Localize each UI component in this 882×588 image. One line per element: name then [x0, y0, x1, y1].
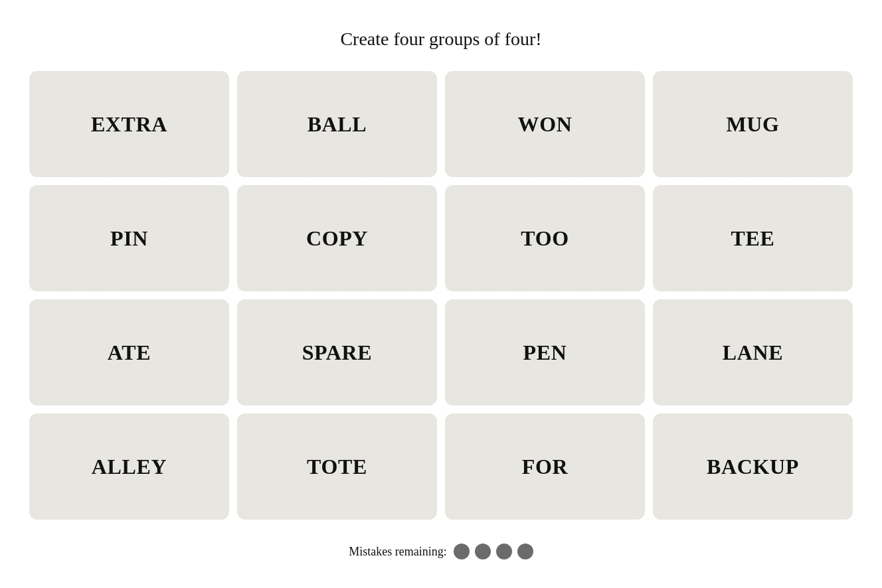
page-title: Create four groups of four! — [340, 29, 541, 50]
word-text-won: WON — [518, 112, 573, 137]
word-card-spare[interactable]: SPARE — [237, 299, 437, 405]
word-card-tote[interactable]: TOTE — [237, 413, 437, 520]
word-text-for: FOR — [522, 455, 568, 479]
word-card-won[interactable]: WON — [445, 71, 645, 177]
mistake-dot-2 — [475, 544, 491, 559]
word-card-mug[interactable]: MUG — [653, 71, 853, 177]
word-text-backup: BACKUP — [707, 455, 799, 479]
word-card-for[interactable]: FOR — [445, 413, 645, 520]
word-grid: EXTRABALLWONMUGPINCOPYTOOTEEATESPAREPENL… — [29, 71, 853, 520]
word-card-tee[interactable]: TEE — [653, 185, 853, 291]
word-text-pen: PEN — [523, 340, 567, 365]
word-text-mug: MUG — [726, 112, 779, 137]
word-card-lane[interactable]: LANE — [653, 299, 853, 405]
word-text-lane: LANE — [723, 340, 783, 365]
mistake-dot-1 — [454, 544, 470, 559]
word-text-pin: PIN — [110, 226, 148, 251]
mistakes-dots — [454, 544, 533, 559]
word-card-pen[interactable]: PEN — [445, 299, 645, 405]
mistakes-section: Mistakes remaining: — [349, 544, 533, 559]
word-text-ate: ATE — [108, 340, 151, 365]
word-text-alley: ALLEY — [92, 455, 167, 479]
word-card-alley[interactable]: ALLEY — [29, 413, 229, 520]
word-text-spare: SPARE — [302, 340, 373, 365]
word-card-pin[interactable]: PIN — [29, 185, 229, 291]
word-text-tee: TEE — [731, 226, 775, 251]
mistakes-label: Mistakes remaining: — [349, 545, 446, 559]
word-card-extra[interactable]: EXTRA — [29, 71, 229, 177]
word-card-ball[interactable]: BALL — [237, 71, 437, 177]
word-card-copy[interactable]: COPY — [237, 185, 437, 291]
word-text-extra: EXTRA — [91, 112, 167, 137]
word-card-backup[interactable]: BACKUP — [653, 413, 853, 520]
word-card-ate[interactable]: ATE — [29, 299, 229, 405]
mistake-dot-4 — [517, 544, 533, 559]
word-text-tote: TOTE — [307, 455, 367, 479]
word-text-ball: BALL — [308, 112, 367, 137]
word-text-copy: COPY — [306, 226, 368, 251]
mistake-dot-3 — [496, 544, 512, 559]
word-card-too[interactable]: TOO — [445, 185, 645, 291]
word-text-too: TOO — [521, 226, 569, 251]
